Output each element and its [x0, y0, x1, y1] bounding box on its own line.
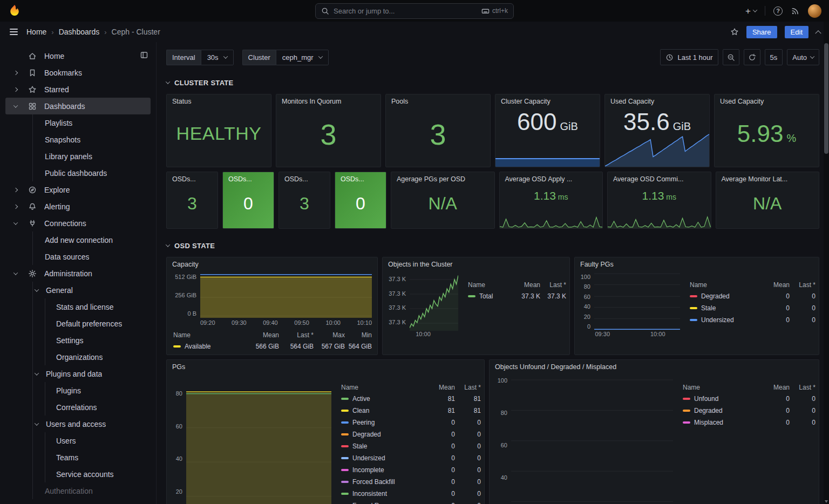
panel-title[interactable]: Status: [167, 94, 271, 107]
auto-refresh-select[interactable]: Auto: [787, 49, 819, 65]
add-menu-button[interactable]: +: [745, 6, 757, 16]
chevron-right-icon[interactable]: [13, 70, 18, 74]
legend-row[interactable]: Forced Recovery 0 0: [341, 500, 481, 504]
series-name[interactable]: Active: [352, 395, 370, 403]
legend-header[interactable]: Min: [345, 331, 372, 339]
panel-title[interactable]: PGs: [167, 360, 484, 373]
panel-title[interactable]: Cluster Capacity: [495, 94, 600, 107]
chevron-right-icon[interactable]: [13, 187, 18, 192]
sidebar-item-alerting[interactable]: Alerting: [5, 198, 151, 215]
user-avatar[interactable]: [808, 4, 821, 18]
legend-header[interactable]: Last *: [279, 331, 314, 339]
legend-header[interactable]: Mean: [758, 384, 790, 391]
series-name[interactable]: Undersized: [701, 316, 734, 324]
chevron-down-icon[interactable]: [35, 371, 39, 375]
series-name[interactable]: Stale: [352, 442, 367, 450]
sidebar-item-general[interactable]: General: [33, 282, 151, 298]
sidebar-item-library-panels[interactable]: Library panels: [33, 148, 151, 165]
sidebar-item-playlists[interactable]: Playlists: [33, 114, 151, 131]
sidebar-item-users-and-access[interactable]: Users and access: [33, 416, 151, 432]
sidebar-item-dashboards[interactable]: Dashboards: [5, 98, 151, 114]
chevron-right-icon[interactable]: [13, 204, 18, 208]
panel-title[interactable]: Monitors In Quorum: [276, 94, 380, 107]
legend-row[interactable]: Incomplete 0 0: [341, 464, 481, 476]
series-name[interactable]: Stale: [701, 304, 716, 312]
menu-toggle-icon[interactable]: [9, 26, 19, 37]
legend-header[interactable]: Last *: [790, 384, 816, 391]
edit-button[interactable]: Edit: [785, 26, 808, 38]
cluster-variable-select[interactable]: Cluster ceph_mgr: [242, 50, 329, 65]
section-cluster-state[interactable]: CLUSTER STATE: [166, 74, 819, 91]
series-name[interactable]: Peering: [352, 419, 375, 426]
favorite-star-icon[interactable]: [730, 28, 739, 36]
legend-row[interactable]: Total 37.3 K 37.3 K: [468, 290, 566, 302]
legend-header[interactable]: Last *: [790, 281, 816, 289]
series-name[interactable]: Undersized: [352, 454, 385, 462]
sidebar-item-plugins-and-data[interactable]: Plugins and data: [33, 365, 151, 382]
breadcrumb-home[interactable]: Home: [26, 28, 46, 36]
legend-header[interactable]: Name: [173, 331, 244, 339]
legend-row[interactable]: Inconsistent 0 0: [341, 488, 481, 500]
faulty-pgs-chart[interactable]: [594, 273, 680, 331]
section-osd-state[interactable]: OSD STATE: [166, 237, 819, 254]
legend-row[interactable]: Forced Backfill 0 0: [341, 476, 481, 488]
legend-row[interactable]: Degraded 0 0: [690, 290, 816, 302]
legend-row[interactable]: Degraded 0 0: [341, 428, 481, 440]
sidebar-item-correlations[interactable]: Correlations: [45, 399, 151, 416]
sidebar-item-home[interactable]: Home: [5, 47, 151, 64]
panel-title[interactable]: OSDs...: [167, 172, 218, 185]
sidebar-item-settings[interactable]: Settings: [45, 332, 151, 349]
sidebar-item-default-preferences[interactable]: Default preferences: [45, 315, 151, 332]
search-input[interactable]: [334, 7, 477, 15]
panel-title[interactable]: OSDs...: [279, 172, 330, 185]
legend-row[interactable]: Stale 0 0: [690, 302, 816, 314]
series-name[interactable]: Incomplete: [352, 466, 384, 474]
series-name[interactable]: Degraded: [352, 431, 381, 438]
objects-chart[interactable]: [410, 273, 458, 331]
legend-header[interactable]: Mean: [509, 281, 540, 289]
series-name[interactable]: Forced Backfill: [352, 478, 395, 486]
legend-header[interactable]: Mean: [244, 331, 279, 339]
sidebar-item-authentication[interactable]: Authentication: [33, 482, 151, 499]
sidebar-item-users[interactable]: Users: [45, 432, 151, 449]
legend-row[interactable]: Stale 0 0: [341, 440, 481, 452]
breadcrumb-dashboards[interactable]: Dashboards: [59, 28, 100, 36]
sidebar-item-administration[interactable]: Administration: [5, 265, 151, 282]
series-name[interactable]: Unfound: [694, 395, 718, 403]
legend-row[interactable]: Unfound 0 0: [683, 393, 816, 405]
sidebar-item-snapshots[interactable]: Snapshots: [33, 131, 151, 148]
sidebar-item-bookmarks[interactable]: Bookmarks: [5, 64, 151, 81]
panel-title[interactable]: OSDs...: [335, 172, 386, 185]
legend-row[interactable]: Peering 0 0: [341, 417, 481, 428]
scroll-down-arrow[interactable]: [825, 500, 828, 503]
panel-title[interactable]: Used Capacity: [715, 94, 819, 107]
series-name[interactable]: Inconsistent: [352, 490, 387, 498]
sidebar-item-teams[interactable]: Teams: [45, 449, 151, 466]
panel-title[interactable]: Used Capacity: [605, 94, 709, 107]
panel-title[interactable]: Objects in the Cluster: [383, 257, 569, 270]
sidebar-item-stats-and-license[interactable]: Stats and license: [45, 298, 151, 315]
legend-header[interactable]: Name: [341, 384, 424, 391]
sidebar-item-connections[interactable]: Connections: [5, 215, 151, 231]
legend-row[interactable]: Clean 81 81: [341, 405, 481, 417]
collapse-header-icon[interactable]: [815, 30, 821, 36]
refresh-interval-button[interactable]: 5s: [765, 49, 783, 65]
series-name[interactable]: Forced Recovery: [352, 502, 402, 504]
grafana-logo[interactable]: [8, 4, 22, 18]
panel-title[interactable]: Faulty PGs: [575, 257, 819, 270]
sidebar-item-add-new-connection[interactable]: Add new connection: [33, 231, 151, 248]
search-bar[interactable]: ctrl+k: [315, 3, 514, 19]
series-name[interactable]: Clean: [352, 407, 369, 414]
sidebar-item-plugins[interactable]: Plugins: [45, 382, 151, 399]
legend-row[interactable]: Available 566 GiB 564 GiB 567 GiB 564 Gi…: [173, 340, 372, 352]
panel-title[interactable]: Pools: [386, 94, 490, 107]
series-name[interactable]: Degraded: [694, 407, 723, 414]
panel-title[interactable]: Objects Unfound / Degraded / Misplaced: [490, 360, 819, 373]
chevron-down-icon[interactable]: [13, 220, 18, 224]
sidebar-item-starred[interactable]: Starred: [5, 81, 151, 98]
series-name[interactable]: Available: [185, 343, 210, 350]
panel-title[interactable]: Agerage PGs per OSD: [391, 172, 494, 185]
panel-title[interactable]: OSDs...: [223, 172, 274, 185]
panel-title[interactable]: Average OSD Commi...: [608, 172, 711, 185]
legend-row[interactable]: Degraded 0 0: [683, 405, 816, 417]
